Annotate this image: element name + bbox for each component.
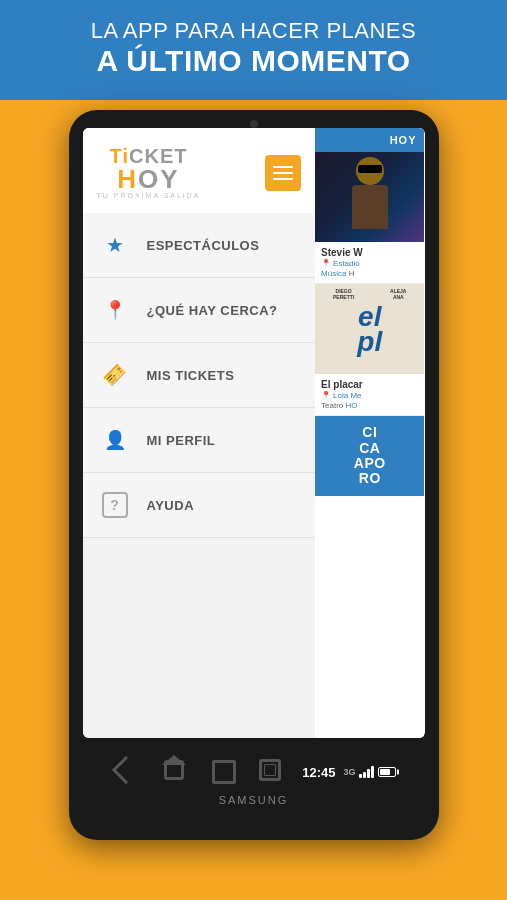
sidebar: TiCKET HOY TU PRÓXIMA SALIDA [83, 128, 316, 738]
event-info-placard: El placar 📍 Lola Me Teatro HO [315, 374, 424, 415]
back-icon [112, 756, 140, 784]
menu-toggle-button[interactable] [265, 155, 301, 191]
venue-pin-icon2: 📍 [321, 391, 331, 400]
hamburger-line1 [273, 166, 293, 168]
screenshot-icon [259, 759, 281, 781]
sidebar-item-que-hay-cerca[interactable]: 📍 ¿QUÉ HAY CERCA? [83, 278, 316, 343]
hoy-tab[interactable]: HOY [315, 128, 424, 152]
signal-bar-2 [363, 772, 366, 778]
logo-area: TiCKET HOY TU PRÓXIMA SALIDA [97, 146, 201, 199]
ticket-icon: 🎫 [99, 359, 131, 391]
status-icons: 3G [343, 766, 396, 778]
placard-title-text: elpl [357, 304, 382, 354]
mis-tickets-label: MIS TICKETS [147, 368, 235, 383]
recent-apps-icon [213, 761, 231, 779]
placard-background: DIEGOPERETTI ALEJAANA elpl [315, 284, 424, 374]
back-button[interactable] [110, 754, 142, 786]
banner-line1: LA APP PARA HACER PLANES [20, 18, 487, 44]
event-card-placard[interactable]: DIEGOPERETTI ALEJAANA elpl El placar 📍 L… [315, 284, 424, 416]
screenshot-button[interactable] [254, 754, 286, 786]
venue-pin-icon: 📍 [321, 259, 331, 268]
status-bar: 12:45 3G [302, 761, 396, 780]
user-icon: 👤 [99, 424, 131, 456]
sidebar-item-espectaculos[interactable]: ★ ESPECTÁCULOS [83, 213, 316, 278]
main-panel: HOY Stevie [315, 128, 424, 738]
event-name-stevie: Stevie W [321, 247, 418, 258]
event-tags-stevie: Música H [321, 269, 418, 278]
menu-items: ★ ESPECTÁCULOS 📍 ¿QUÉ HAY CERCA? [83, 213, 316, 738]
device-brand: SAMSUNG [83, 788, 425, 806]
recent-apps-button[interactable] [206, 754, 238, 786]
event-card-stevie[interactable]: Stevie W 📍 Estadio Música H [315, 152, 424, 284]
banner-line2: A ÚLTIMO MOMENTO [20, 44, 487, 78]
help-icon: ? [99, 489, 131, 521]
event-image-stevie [315, 152, 424, 242]
logo-hoy-h: H [117, 164, 138, 194]
blue-card-text: CICAAPORO [354, 425, 386, 487]
star-icon: ★ [99, 229, 131, 261]
sidebar-header: TiCKET HOY TU PRÓXIMA SALIDA [83, 128, 316, 213]
event-venue-placard: 📍 Lola Me [321, 391, 418, 400]
network-indicator: 3G [343, 767, 355, 777]
ayuda-label: AYUDA [147, 498, 195, 513]
hamburger-line3 [273, 178, 293, 180]
stevie-body [352, 185, 388, 229]
sidebar-item-mi-perfil[interactable]: 👤 MI PERFIL [83, 408, 316, 473]
device-wrapper: TiCKET HOY TU PRÓXIMA SALIDA [0, 100, 507, 840]
signal-bar-1 [359, 774, 362, 778]
event-name-placard: El placar [321, 379, 418, 390]
home-icon [164, 760, 184, 780]
device: TiCKET HOY TU PRÓXIMA SALIDA [69, 110, 439, 840]
event-venue-stevie: 📍 Estadio [321, 259, 418, 268]
battery-icon [378, 767, 396, 777]
stevie-glasses [358, 165, 382, 173]
event-tags-placard: Teatro HO [321, 401, 418, 410]
logo-ticket: TiCKET [110, 146, 188, 166]
event-image-placard: DIEGOPERETTI ALEJAANA elpl [315, 284, 424, 374]
status-time: 12:45 [302, 765, 335, 780]
bottom-blue-card[interactable]: CICAAPORO [315, 416, 424, 496]
screen: TiCKET HOY TU PRÓXIMA SALIDA [83, 128, 425, 738]
signal-bars [359, 766, 374, 778]
sidebar-item-ayuda[interactable]: ? AYUDA [83, 473, 316, 538]
stevie-figure [345, 157, 395, 237]
device-nav: 12:45 3G [83, 738, 425, 788]
mi-perfil-label: MI PERFIL [147, 433, 216, 448]
stevie-head [356, 157, 384, 185]
event-info-stevie: Stevie W 📍 Estadio Música H [315, 242, 424, 283]
espectaculos-label: ESPECTÁCULOS [147, 238, 260, 253]
signal-bar-3 [367, 769, 370, 778]
hamburger-line2 [273, 172, 293, 174]
top-banner: LA APP PARA HACER PLANES A ÚLTIMO MOMENT… [0, 0, 507, 100]
logo-hoy: HOY [117, 166, 179, 192]
placard-actors: DIEGOPERETTI ALEJAANA [315, 288, 424, 300]
stevie-background [315, 152, 424, 242]
battery-fill [380, 769, 389, 775]
location-icon: 📍 [99, 294, 131, 326]
que-hay-cerca-label: ¿QUÉ HAY CERCA? [147, 303, 278, 318]
home-button[interactable] [158, 754, 190, 786]
sidebar-item-mis-tickets[interactable]: 🎫 MIS TICKETS [83, 343, 316, 408]
logo-subtitle: TU PRÓXIMA SALIDA [97, 192, 201, 199]
signal-bar-4 [371, 766, 374, 778]
